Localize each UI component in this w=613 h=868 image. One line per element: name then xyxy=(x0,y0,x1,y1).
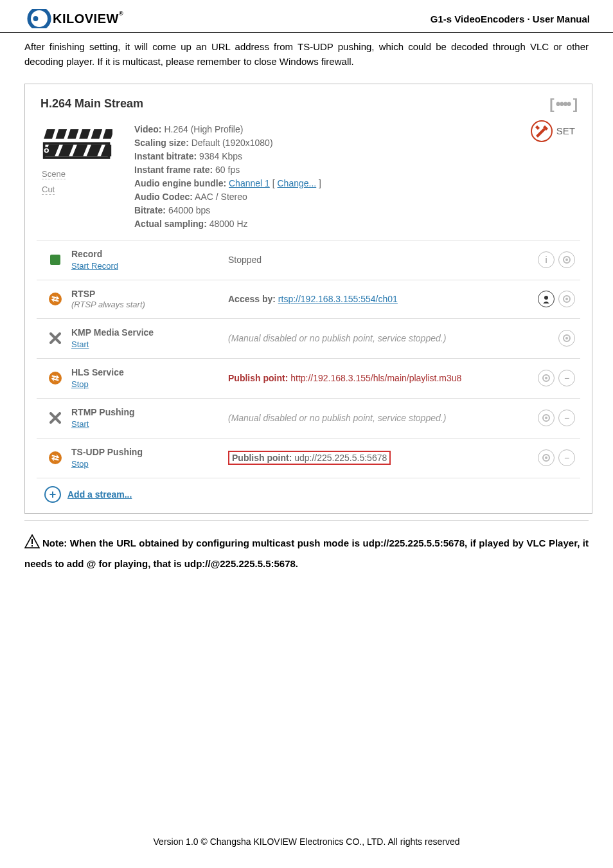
rtmp-start-link[interactable]: Start xyxy=(71,419,89,429)
svg-rect-6 xyxy=(103,129,112,139)
gear-icon[interactable] xyxy=(538,370,555,386)
rtsp-title: RTSP xyxy=(71,288,219,300)
rtsp-sub: (RTSP always start) xyxy=(71,300,219,311)
svg-rect-17 xyxy=(50,255,60,265)
gear-icon[interactable] xyxy=(558,291,575,307)
rtsp-value: Access by: rtsp://192.168.3.155:554/ch01 xyxy=(228,294,529,304)
svg-point-20 xyxy=(49,293,62,305)
row-kmp: KMP Media Service Start (Manual disabled… xyxy=(37,319,580,359)
svg-rect-5 xyxy=(91,129,103,139)
gear-icon[interactable] xyxy=(538,449,555,466)
encoder-info-row: Scene Cut Video: H.264 (High Profile) Sc… xyxy=(37,114,580,240)
plus-icon: + xyxy=(44,486,61,503)
warning-icon xyxy=(24,534,40,554)
page-header: KILOVIEW® G1-s VideoEncoders · User Manu… xyxy=(0,0,613,33)
logo-icon xyxy=(27,9,51,28)
record-status: Stopped xyxy=(228,255,529,265)
svg-point-31 xyxy=(49,451,62,464)
svg-rect-2 xyxy=(56,129,67,139)
film-icon xyxy=(42,127,112,164)
scene-label: Scene xyxy=(42,169,66,179)
user-icon[interactable] xyxy=(538,291,555,307)
panel-header: H.264 Main Stream [ •••• ] xyxy=(37,96,580,114)
start-record-link[interactable]: Start Record xyxy=(71,261,118,271)
tools-icon xyxy=(531,120,553,142)
svg-point-21 xyxy=(544,296,548,300)
disabled-x-icon xyxy=(48,411,62,425)
hls-title: HLS Service xyxy=(71,366,219,378)
audio-channel-link[interactable]: Channel 1 xyxy=(229,178,270,188)
active-arrows-icon xyxy=(48,371,62,385)
hls-stop-link[interactable]: Stop xyxy=(71,379,89,389)
kmp-status: (Manual disabled or no publish point, se… xyxy=(228,333,446,343)
svg-point-26 xyxy=(49,372,62,384)
minus-icon[interactable]: − xyxy=(558,370,575,386)
row-record: Record Start Record Stopped i xyxy=(37,240,580,280)
gear-icon[interactable] xyxy=(558,251,575,268)
tsudp-title: TS-UDP Pushing xyxy=(71,446,219,458)
page-footer: Version 1.0 © Changsha KILOVIEW Electron… xyxy=(0,579,613,860)
add-stream-link: Add a stream... xyxy=(67,489,132,500)
encoder-info-text: Video: H.264 (High Profile) Scaling size… xyxy=(134,123,321,231)
brand-text: KILOVIEW® xyxy=(53,12,123,26)
svg-point-23 xyxy=(565,298,568,300)
film-block: Scene Cut xyxy=(42,127,112,195)
active-arrows-icon xyxy=(48,451,62,465)
rtmp-title: RTMP Pushing xyxy=(71,406,219,418)
svg-point-19 xyxy=(565,258,568,261)
record-title: Record xyxy=(71,248,219,260)
svg-point-28 xyxy=(545,377,547,379)
row-hls: HLS Service Stop Publish point: http://1… xyxy=(37,359,580,399)
gear-icon[interactable] xyxy=(538,410,555,426)
svg-point-30 xyxy=(545,417,547,419)
brand-logo: KILOVIEW® xyxy=(27,9,123,28)
rtsp-url-link[interactable]: rtsp://192.168.3.155:554/ch01 xyxy=(278,294,398,304)
info-icon[interactable]: i xyxy=(538,251,555,268)
hls-value: Publish point: http://192.168.3.155/hls/… xyxy=(228,373,529,383)
stop-square-icon xyxy=(48,253,62,267)
tsudp-value: Publish point: udp://225.225.5.5:5678 xyxy=(228,453,529,463)
minus-icon[interactable]: − xyxy=(558,410,575,426)
disabled-x-icon xyxy=(48,331,62,345)
gear-icon[interactable] xyxy=(558,330,575,347)
set-button[interactable]: SET xyxy=(531,120,575,142)
row-rtmp: RTMP Pushing Start (Manual disabled or n… xyxy=(37,399,580,439)
svg-point-25 xyxy=(565,337,568,339)
svg-rect-1 xyxy=(44,129,55,139)
svg-rect-3 xyxy=(67,129,79,139)
rtmp-status: (Manual disabled or no publish point, se… xyxy=(228,413,446,423)
kmp-title: KMP Media Service xyxy=(71,327,219,338)
add-stream-row[interactable]: + Add a stream... xyxy=(37,478,580,504)
panel-menu-icon[interactable]: [ •••• ] xyxy=(549,96,576,113)
intro-text: After finishing setting, it will come up… xyxy=(0,33,613,76)
note-text: Note: When the URL obtained by configuri… xyxy=(0,521,613,580)
svg-rect-36 xyxy=(31,545,33,547)
row-rtsp: RTSP (RTSP always start) Access by: rtsp… xyxy=(37,280,580,319)
minus-icon[interactable]: − xyxy=(558,449,575,466)
panel-title: H.264 Main Stream xyxy=(40,97,143,111)
row-tsudp: TS-UDP Pushing Stop Publish point: udp:/… xyxy=(37,439,580,478)
tsudp-stop-link[interactable]: Stop xyxy=(71,459,89,469)
svg-rect-4 xyxy=(79,129,91,139)
svg-point-15 xyxy=(46,149,48,152)
active-arrows-icon xyxy=(48,292,62,306)
cut-label: Cut xyxy=(42,185,55,195)
stream-panel: H.264 Main Stream [ •••• ] xyxy=(24,84,592,514)
audio-change-link[interactable]: Change... xyxy=(278,178,317,188)
header-title: G1-s VideoEncoders · User Manual xyxy=(431,14,590,24)
svg-rect-35 xyxy=(31,539,33,544)
kmp-start-link[interactable]: Start xyxy=(71,339,89,349)
svg-point-33 xyxy=(545,457,547,459)
svg-point-0 xyxy=(33,16,39,21)
